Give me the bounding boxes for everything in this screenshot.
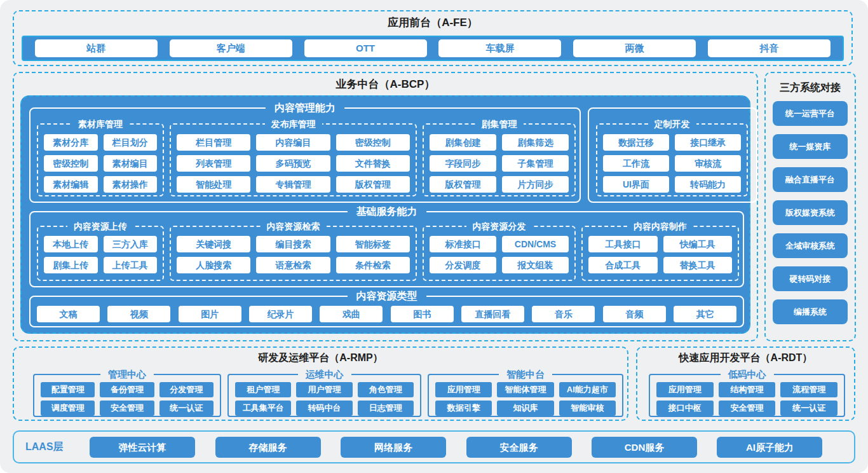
third-party-system-chip[interactable]: 融合直播平台	[773, 167, 848, 192]
frontend-channel-chip[interactable]: 车载屏	[438, 39, 561, 57]
module-chip[interactable]: 工作流	[603, 155, 669, 172]
mgmt-center-group: 管理中心 配置管理备份管理分发管理调度管理安全管理统一认证	[33, 374, 221, 417]
module-chip[interactable]: 剧集创建	[430, 134, 496, 151]
module-chip[interactable]: 报文组装	[502, 257, 569, 273]
ops-module-chip[interactable]: AI能力超市	[559, 382, 616, 397]
third-party-system-chip[interactable]: 版权媒资系统	[773, 200, 848, 225]
ops-module-chip[interactable]: 流程管理	[780, 382, 837, 397]
module-chip[interactable]: 接口继承	[675, 134, 741, 151]
laas-service-chip[interactable]: 弹性云计算	[90, 437, 195, 458]
module-chip[interactable]: 智能处理	[177, 176, 250, 193]
ops-module-chip[interactable]: 用户管理	[296, 382, 352, 397]
third-party-system-chip[interactable]: 统一媒资库	[773, 134, 848, 159]
third-party-system-chip[interactable]: 全域审核系统	[773, 233, 848, 258]
laas-service-chip[interactable]: CDN服务	[592, 437, 697, 458]
third-party-system-chip[interactable]: 硬转码对接	[773, 266, 848, 291]
resource-type-chip[interactable]: 纪录片	[249, 306, 312, 322]
module-chip[interactable]: 版权管理	[430, 176, 496, 193]
module-chip[interactable]: 标准接口	[430, 236, 496, 252]
ops-module-chip[interactable]: 数据引擎	[435, 401, 492, 416]
module-chip[interactable]: 剧集筛选	[502, 134, 569, 151]
ops-module-chip[interactable]: 应用管理	[435, 382, 492, 397]
frontend-channel-chip[interactable]: 站群	[35, 39, 158, 57]
module-chip[interactable]: 字段同步	[430, 155, 496, 172]
module-chip[interactable]: 审核流	[675, 155, 741, 172]
module-chip[interactable]: 多码预览	[256, 155, 330, 172]
module-chip[interactable]: 工具接口	[588, 236, 658, 252]
module-chip[interactable]: 子集管理	[502, 155, 569, 172]
ops-module-chip[interactable]: 安全管理	[719, 401, 776, 416]
module-chip[interactable]: 剧集上传	[44, 257, 98, 273]
module-chip[interactable]: CDN/CMS	[502, 236, 569, 252]
laas-service-chip[interactable]: AI原子能力	[717, 437, 822, 458]
module-chip[interactable]: 素材编辑	[44, 176, 98, 193]
resource-type-chip[interactable]: 音频	[603, 306, 666, 322]
ops-module-chip[interactable]: 日志管理	[358, 401, 414, 416]
ops-module-chip[interactable]: 统一认证	[159, 401, 214, 416]
ops-module-chip[interactable]: 知识库	[497, 401, 553, 416]
module-chip[interactable]: UI界面	[603, 176, 669, 193]
module-chip[interactable]: 密级控制	[336, 134, 410, 151]
frontend-channel-chip[interactable]: 客户端	[170, 39, 292, 57]
resource-type-chip[interactable]: 图片	[179, 306, 241, 322]
resource-type-chip[interactable]: 其它	[674, 306, 736, 322]
module-chip[interactable]: 合成工具	[588, 257, 658, 273]
module-chip[interactable]: 片方同步	[502, 176, 569, 193]
ops-module-chip[interactable]: 工具集平台	[235, 401, 291, 416]
ops-module-chip[interactable]: 智能体管理	[497, 382, 553, 397]
module-chip[interactable]: 列表管理	[177, 155, 250, 172]
module-chip[interactable]: 本地上传	[44, 236, 98, 252]
module-chip[interactable]: 密级控制	[44, 155, 98, 172]
custom-dev-title: 定制开发	[648, 118, 696, 130]
ops-module-chip[interactable]: 配置管理	[41, 382, 95, 397]
module-chip[interactable]: 栏目管理	[177, 134, 250, 151]
module-chip[interactable]: 上传工具	[104, 257, 158, 273]
laas-service-chip[interactable]: 网络服务	[341, 437, 446, 458]
module-chip[interactable]: 分发调度	[430, 257, 496, 273]
module-chip[interactable]: 专辑管理	[256, 176, 330, 193]
module-chip[interactable]: 素材操作	[104, 176, 158, 193]
resource-type-chip[interactable]: 文稿	[37, 306, 100, 322]
module-chip[interactable]: 内容编目	[256, 134, 330, 151]
module-chip[interactable]: 关键词搜	[177, 236, 250, 252]
frontend-channel-chip[interactable]: OTT	[304, 39, 427, 57]
ops-module-chip[interactable]: 接口中枢	[656, 401, 714, 416]
ops-module-chip[interactable]: 调度管理	[41, 401, 95, 416]
resource-type-chip[interactable]: 戏曲	[320, 306, 383, 322]
module-chip[interactable]: 三方入库	[104, 236, 158, 252]
module-chip[interactable]: 素材分库	[44, 134, 98, 151]
resource-type-chip[interactable]: 直播回看	[461, 306, 524, 322]
module-chip[interactable]: 文件替换	[336, 155, 410, 172]
module-chip[interactable]: 人脸搜索	[177, 257, 250, 273]
ops-module-chip[interactable]: 租户管理	[235, 382, 291, 397]
third-party-system-chip[interactable]: 编播系统	[773, 299, 848, 324]
module-chip[interactable]: 素材编目	[104, 155, 158, 172]
ops-module-chip[interactable]: 结构管理	[719, 382, 776, 397]
frontend-channel-chip[interactable]: 两微	[573, 39, 696, 57]
module-chip[interactable]: 版权管理	[336, 176, 410, 193]
module-chip[interactable]: 栏目划分	[104, 134, 158, 151]
module-chip[interactable]: 快编工具	[663, 236, 733, 252]
module-chip[interactable]: 转码能力	[675, 176, 741, 193]
resource-type-chip[interactable]: 视频	[107, 306, 170, 322]
module-chip[interactable]: 数据迁移	[603, 134, 669, 151]
resource-type-chip[interactable]: 图书	[391, 306, 454, 322]
ops-module-chip[interactable]: 应用管理	[656, 382, 714, 397]
ops-module-chip[interactable]: 分发管理	[159, 382, 214, 397]
frontend-channel-chip[interactable]: 抖音	[708, 39, 831, 57]
module-chip[interactable]: 编目搜索	[256, 236, 330, 252]
ops-module-chip[interactable]: 统一认证	[780, 401, 837, 416]
module-chip[interactable]: 语意检索	[256, 257, 330, 273]
ops-module-chip[interactable]: 智能审核	[559, 401, 616, 416]
ops-module-chip[interactable]: 安全管理	[100, 401, 154, 416]
ops-module-chip[interactable]: 备份管理	[100, 382, 154, 397]
ops-module-chip[interactable]: 角色管理	[358, 382, 414, 397]
resource-type-chip[interactable]: 音乐	[532, 306, 595, 322]
module-chip[interactable]: 智能标签	[336, 236, 410, 252]
module-chip[interactable]: 条件检索	[336, 257, 410, 273]
module-chip[interactable]: 替换工具	[663, 257, 733, 273]
laas-service-chip[interactable]: 存储服务	[215, 437, 321, 458]
laas-service-chip[interactable]: 安全服务	[466, 437, 572, 458]
ops-module-chip[interactable]: 转码中台	[296, 401, 352, 416]
third-party-system-chip[interactable]: 统一运营平台	[773, 101, 848, 126]
